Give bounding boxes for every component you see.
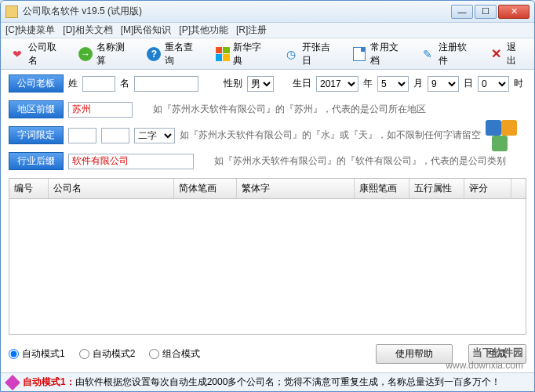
gender-select[interactable]: 男 — [247, 76, 274, 92]
col-wuxing[interactable]: 五行属性 — [409, 179, 464, 198]
tool-name-test[interactable]: →名称测算 — [72, 37, 139, 71]
mode-combo[interactable]: 组合模式 — [149, 347, 200, 361]
mode-radio-group: 自动模式1 自动模式2 组合模式 — [9, 347, 360, 361]
limit-input-2[interactable] — [101, 128, 129, 143]
suffix-input[interactable] — [68, 154, 194, 169]
surname-label: 姓 — [68, 77, 78, 90]
region-button[interactable]: 地区前缀 — [9, 100, 64, 118]
mode-auto2[interactable]: 自动模式2 — [79, 347, 136, 361]
menu-register[interactable]: [R]注册 — [236, 24, 267, 37]
document-icon — [351, 46, 367, 62]
menu-folk[interactable]: [M]民俗知识 — [121, 24, 172, 37]
day-select[interactable]: 9 — [428, 76, 459, 92]
help-button[interactable]: 使用帮助 — [376, 344, 453, 364]
month-select[interactable]: 5 — [377, 76, 409, 92]
boss-button[interactable]: 公司老板 — [9, 74, 64, 93]
limit-hint: 如『苏州水天软件有限公司』的『水』或『天』，如不限制任何字请留空 — [180, 129, 481, 142]
surname-input[interactable] — [82, 76, 115, 92]
maximize-button[interactable]: ☐ — [475, 5, 497, 19]
gender-label: 性别 — [224, 77, 242, 90]
status-icon — [5, 375, 20, 390]
x-icon: ✕ — [489, 46, 504, 62]
limit-button[interactable]: 字词限定 — [9, 126, 64, 144]
office-icon — [484, 118, 519, 153]
close-button[interactable]: ✕ — [498, 5, 530, 19]
status-prefix: 自动模式1： — [23, 376, 75, 387]
col-trad[interactable]: 繁体字 — [237, 179, 355, 198]
col-score[interactable]: 评分 — [464, 179, 511, 198]
tool-register[interactable]: ✎注册软件 — [414, 37, 481, 71]
tool-lucky-day[interactable]: ◷开张吉日 — [278, 37, 344, 71]
help-icon: ? — [146, 46, 162, 62]
menu-other[interactable]: [P]其他功能 — [179, 24, 228, 37]
heart-icon: ❤ — [9, 46, 25, 62]
app-icon — [5, 5, 18, 18]
tool-common-docs[interactable]: 常用文档 — [346, 37, 413, 71]
statusbar: 自动模式1：由软件根据您设置每次自动生成2000多个公司名；觉得不满意可重复生成… — [1, 372, 534, 391]
mode-auto1[interactable]: 自动模式1 — [9, 347, 65, 361]
results-table: 编号 公司名 简体笔画 繁体字 康熙笔画 五行属性 评分 — [9, 178, 526, 335]
suffix-hint: 如『苏州水天软件有限公司』的『软件有限公司』，代表的是公司类别 — [214, 154, 506, 168]
col-name[interactable]: 公司名 — [49, 179, 174, 198]
hour-select[interactable]: 0 — [478, 76, 509, 92]
region-hint: 如『苏州水天软件有限公司』的『苏州』，代表的是公司所在地区 — [153, 103, 426, 116]
arrow-icon: → — [78, 46, 93, 62]
watermark: 当下软件园 www.downxia.com — [446, 346, 523, 371]
clock-icon: ◷ — [283, 46, 299, 62]
col-kangxi[interactable]: 康熙笔画 — [355, 179, 409, 198]
region-input[interactable] — [68, 102, 133, 118]
limit-select[interactable]: 二字 — [134, 128, 175, 143]
minimize-button[interactable]: — — [451, 5, 473, 19]
year-select[interactable]: 2017 — [316, 76, 358, 92]
menu-docs[interactable]: [D]相关文档 — [63, 24, 112, 37]
tool-company-name[interactable]: ❤公司取名 — [4, 37, 71, 71]
window-title: 公司取名软件 v19.5 (试用版) — [23, 5, 451, 18]
tool-duplicate-check[interactable]: ?重名查询 — [140, 37, 207, 71]
given-label: 名 — [120, 77, 129, 90]
tool-exit[interactable]: ✕退出 — [483, 37, 531, 71]
suffix-button[interactable]: 行业后缀 — [9, 152, 64, 170]
pen-icon: ✎ — [420, 46, 435, 62]
col-simp-strokes[interactable]: 简体笔画 — [174, 179, 237, 198]
windows-icon — [215, 46, 231, 62]
limit-input-1[interactable] — [68, 128, 96, 143]
given-input[interactable] — [134, 76, 198, 92]
col-id[interactable]: 编号 — [9, 179, 49, 198]
table-header: 编号 公司名 简体笔画 繁体字 康熙笔画 五行属性 评分 — [9, 179, 526, 199]
toolbar: ❤公司取名 →名称测算 ?重名查询 新华字典 ◷开张吉日 常用文档 ✎注册软件 … — [1, 38, 534, 70]
titlebar: 公司取名软件 v19.5 (试用版) — ☐ ✕ — [1, 1, 534, 23]
menu-quick[interactable]: [C]快捷菜单 — [5, 24, 55, 37]
birth-label: 生日 — [293, 77, 311, 90]
tool-dictionary[interactable]: 新华字典 — [209, 37, 276, 71]
table-body — [9, 199, 526, 335]
status-text: 由软件根据您设置每次自动生成2000多个公司名；觉得不满意可重复生成，名称总量达… — [75, 376, 501, 387]
